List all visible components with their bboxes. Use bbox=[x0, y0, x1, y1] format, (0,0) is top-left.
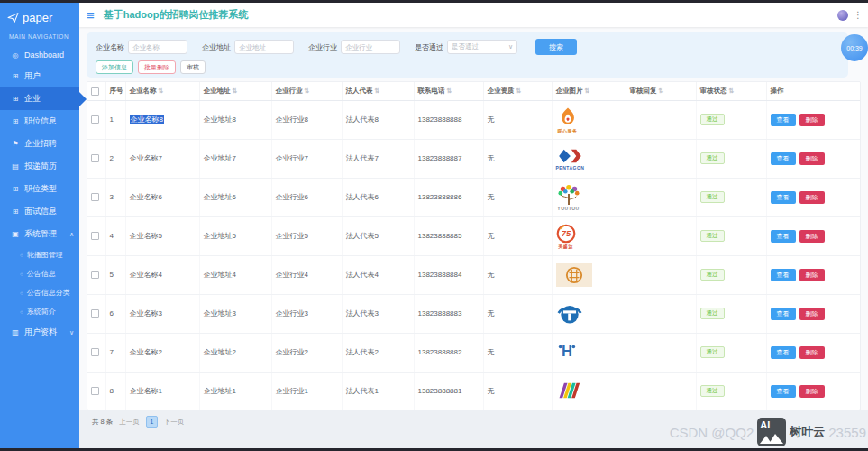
sort-icon[interactable]: ⇅ bbox=[659, 87, 664, 94]
cell-phone: 13823888882 bbox=[414, 333, 483, 372]
row-checkbox[interactable] bbox=[91, 348, 99, 356]
sidebar-item-recruit[interactable]: ⚑企业招聘 bbox=[0, 133, 79, 155]
view-button[interactable]: 查看 bbox=[771, 230, 796, 243]
cell-audit-reply bbox=[626, 294, 696, 333]
window-top-bar bbox=[0, 0, 868, 3]
sort-icon[interactable]: ⇅ bbox=[585, 87, 590, 94]
sidebar-item-jobtype[interactable]: ⊞职位类型 bbox=[0, 178, 79, 200]
avatar[interactable] bbox=[837, 10, 848, 21]
sidebar-subitem-system-3[interactable]: ○系统简介 bbox=[0, 302, 79, 321]
del-button[interactable]: 删除 bbox=[799, 385, 825, 398]
del-button[interactable]: 删除 bbox=[799, 152, 825, 165]
del-button[interactable]: 删除 bbox=[799, 191, 825, 204]
pagination-next[interactable]: 下一页 bbox=[164, 418, 185, 427]
row-checkbox[interactable] bbox=[91, 387, 99, 395]
row-checkbox-cell bbox=[87, 216, 105, 255]
row-checkbox[interactable] bbox=[91, 115, 99, 124]
filter-select-3[interactable]: 是否通过∨ bbox=[447, 40, 517, 54]
filter-input-1[interactable] bbox=[234, 40, 294, 54]
cell-actions: 查看删除 bbox=[766, 294, 861, 333]
more-menu-icon[interactable]: ⋮ bbox=[854, 10, 863, 20]
circle-icon: ○ bbox=[20, 253, 23, 258]
column-header-9[interactable]: 审核状态⇅ bbox=[696, 82, 766, 100]
shuyeyun-logo-icon: AI bbox=[757, 418, 786, 446]
row-checkbox[interactable] bbox=[91, 193, 99, 201]
sort-icon[interactable]: ⇅ bbox=[516, 87, 522, 94]
del-button[interactable]: 删除 bbox=[799, 269, 825, 281]
sort-icon[interactable]: ⇅ bbox=[159, 87, 164, 94]
del-button[interactable]: 删除 bbox=[799, 230, 825, 243]
sidebar-subitem-system-0[interactable]: ○轮播图管理 bbox=[0, 245, 79, 264]
sidebar-item-profile[interactable]: ▥用户资料∨ bbox=[0, 321, 79, 344]
cell-qualification: 无 bbox=[483, 255, 552, 294]
row-checkbox[interactable] bbox=[91, 232, 99, 240]
cell-no: 1 bbox=[105, 100, 125, 139]
column-header-6[interactable]: 企业资质⇅ bbox=[483, 82, 552, 100]
circle-icon: ○ bbox=[20, 272, 23, 277]
filter-group-1: 企业地址 bbox=[202, 40, 294, 54]
company-name-text[interactable]: 企业名称5 bbox=[130, 232, 162, 240]
sidebar-subitem-system-1[interactable]: ○公告信息 bbox=[0, 264, 79, 283]
cell-address: 企业地址8 bbox=[199, 100, 271, 139]
sidebar-item-users[interactable]: ⊞用户 bbox=[0, 65, 79, 87]
toolbar-button-2[interactable]: 审核 bbox=[180, 60, 206, 74]
del-button[interactable]: 删除 bbox=[799, 114, 825, 126]
sidebar-item-resume[interactable]: ▤投递简历 bbox=[0, 155, 79, 178]
view-button[interactable]: 查看 bbox=[771, 346, 796, 359]
cell-industry: 企业行业7 bbox=[271, 139, 342, 178]
sort-icon[interactable]: ⇅ bbox=[305, 87, 310, 94]
view-button[interactable]: 查看 bbox=[771, 114, 796, 126]
view-button[interactable]: 查看 bbox=[771, 269, 796, 281]
select-all-checkbox[interactable] bbox=[91, 87, 99, 96]
sidebar-item-label: 企业 bbox=[24, 93, 41, 105]
pagination-current-page[interactable]: 1 bbox=[146, 416, 158, 428]
company-name-text[interactable]: 企业名称8 bbox=[130, 115, 164, 124]
view-button[interactable]: 查看 bbox=[771, 308, 796, 320]
filter-input-2[interactable] bbox=[341, 40, 400, 54]
sidebar-item-enterprise[interactable]: ⊞企业 bbox=[0, 87, 79, 110]
sidebar-item-dashboard[interactable]: ◎Dashboard bbox=[0, 45, 79, 65]
cell-audit-reply bbox=[626, 178, 696, 216]
sidebar-nav: ◎Dashboard⊞用户⊞企业⊞职位信息⚑企业招聘▤投递简历⊞职位类型⊞面试信… bbox=[0, 45, 79, 344]
cell-audit-status: 通过 bbox=[696, 100, 766, 139]
company-name-text[interactable]: 企业名称7 bbox=[130, 154, 162, 162]
sidebar-item-system[interactable]: ▣系统管理∧ bbox=[0, 223, 79, 245]
chevron-up-icon: ∧ bbox=[69, 231, 74, 238]
sort-icon[interactable]: ⇅ bbox=[729, 87, 735, 94]
del-button[interactable]: 删除 bbox=[799, 308, 825, 320]
row-checkbox[interactable] bbox=[91, 309, 99, 318]
del-button[interactable]: 删除 bbox=[799, 346, 825, 359]
column-header-4[interactable]: 法人代表⇅ bbox=[342, 82, 414, 100]
company-name-text[interactable]: 企业名称1 bbox=[130, 387, 162, 395]
column-header-10[interactable]: 操作 bbox=[766, 82, 861, 100]
sidebar-item-interview[interactable]: ⊞面试信息 bbox=[0, 200, 79, 223]
company-name-text[interactable]: 企业名称4 bbox=[130, 271, 162, 279]
row-checkbox[interactable] bbox=[91, 154, 99, 162]
row-checkbox[interactable] bbox=[91, 271, 99, 279]
search-button[interactable]: 搜索 bbox=[535, 39, 577, 55]
view-button[interactable]: 查看 bbox=[771, 191, 796, 204]
company-name-text[interactable]: 企业名称3 bbox=[130, 309, 162, 318]
column-header-2[interactable]: 企业地址⇅ bbox=[199, 82, 271, 100]
column-header-1[interactable]: 企业名称⇅ bbox=[125, 82, 199, 100]
column-header-0[interactable]: 序号 bbox=[105, 82, 125, 100]
view-button[interactable]: 查看 bbox=[771, 152, 796, 165]
toolbar-button-1[interactable]: 批量删除 bbox=[138, 60, 176, 74]
sidebar-subitem-system-2[interactable]: ○公告信息分类 bbox=[0, 283, 79, 302]
view-button[interactable]: 查看 bbox=[771, 385, 796, 398]
column-header-7[interactable]: 企业图片⇅ bbox=[552, 82, 626, 100]
sort-icon[interactable]: ⇅ bbox=[447, 87, 452, 94]
company-name-text[interactable]: 企业名称6 bbox=[130, 193, 162, 201]
menu-toggle-icon[interactable]: ≡ bbox=[87, 7, 95, 23]
column-header-8[interactable]: 审核回复⇅ bbox=[626, 82, 696, 100]
company-name-text[interactable]: 企业名称2 bbox=[130, 348, 162, 356]
column-header-3[interactable]: 企业行业⇅ bbox=[271, 82, 342, 100]
sort-icon[interactable]: ⇅ bbox=[375, 87, 380, 94]
toolbar-button-0[interactable]: 添加信息 bbox=[96, 60, 133, 74]
sort-icon[interactable]: ⇅ bbox=[233, 87, 238, 94]
sidebar-item-positions[interactable]: ⊞职位信息 bbox=[0, 110, 79, 133]
column-header-5[interactable]: 联系电话⇅ bbox=[414, 82, 483, 100]
pagination-prev[interactable]: 上一页 bbox=[119, 418, 140, 427]
filter-input-0[interactable] bbox=[128, 40, 187, 54]
app-logo[interactable]: paper bbox=[0, 3, 79, 30]
